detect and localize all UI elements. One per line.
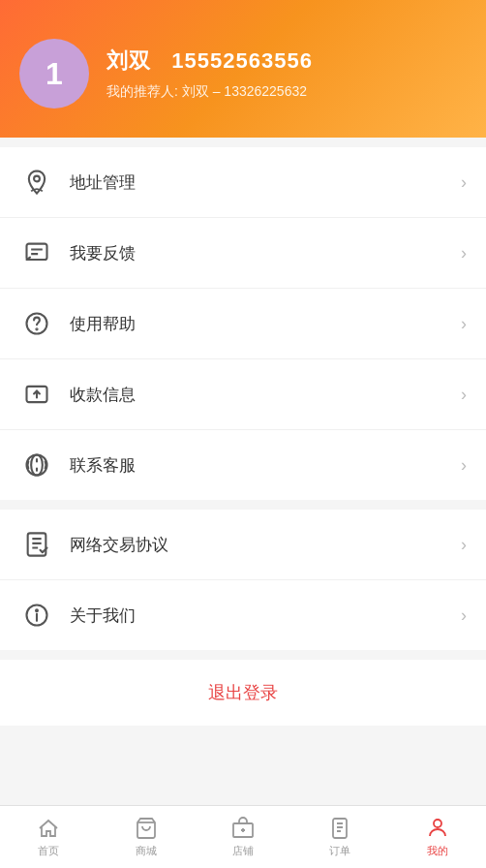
user-referrer: 我的推荐人: 刘双 – 13326225632 xyxy=(106,83,313,101)
feedback-chevron: › xyxy=(461,243,467,264)
profile-header: 1 刘双 15552563556 我的推荐人: 刘双 – 13326225632 xyxy=(0,0,486,138)
logout-section: 退出登录 xyxy=(0,660,486,726)
svg-point-3 xyxy=(36,328,37,329)
nav-orders-label: 订单 xyxy=(329,844,350,858)
shop-icon xyxy=(134,816,159,841)
svg-point-12 xyxy=(434,820,441,827)
agreement-label: 网络交易协议 xyxy=(70,534,461,556)
user-name-phone: 刘双 15552563556 xyxy=(106,46,313,76)
svg-point-9 xyxy=(36,609,38,611)
payment-icon xyxy=(19,377,54,412)
nav-item-home[interactable]: 首页 xyxy=(0,806,97,868)
nav-item-shop[interactable]: 商城 xyxy=(97,806,194,868)
about-chevron: › xyxy=(461,605,467,626)
user-phone: 15552563556 xyxy=(171,48,313,73)
address-chevron: › xyxy=(461,172,467,193)
menu-item-help[interactable]: 使用帮助 › xyxy=(0,289,486,359)
nav-home-label: 首页 xyxy=(38,844,59,858)
payment-chevron: › xyxy=(461,385,467,405)
user-info: 刘双 15552563556 我的推荐人: 刘双 – 13326225632 xyxy=(106,46,313,101)
svg-rect-11 xyxy=(333,819,347,838)
nav-shop-label: 商城 xyxy=(136,844,157,858)
agreement-icon xyxy=(19,527,54,562)
help-chevron: › xyxy=(461,314,467,334)
user-name: 刘双 xyxy=(106,48,151,73)
feedback-label: 我要反馈 xyxy=(70,242,461,264)
menu-section-2: 网络交易协议 › 关于我们 › xyxy=(0,510,486,650)
menu-section-1: 地址管理 › 我要反馈 › 使用帮助 › xyxy=(0,147,486,500)
menu-item-payment[interactable]: 收款信息 › xyxy=(0,359,486,430)
bottom-nav: 首页 商城 店铺 订单 xyxy=(0,805,486,868)
about-icon xyxy=(19,598,54,633)
about-label: 关于我们 xyxy=(70,604,461,627)
orders-icon xyxy=(327,816,352,841)
feedback-icon xyxy=(19,235,54,270)
support-icon xyxy=(19,448,54,482)
home-icon xyxy=(36,816,61,841)
agreement-chevron: › xyxy=(461,535,467,555)
store-icon xyxy=(230,816,256,841)
help-icon xyxy=(19,306,54,341)
nav-item-mine[interactable]: 我的 xyxy=(389,806,486,868)
nav-store-label: 店铺 xyxy=(232,844,254,858)
menu-item-agreement[interactable]: 网络交易协议 › xyxy=(0,510,486,580)
menu-item-address[interactable]: 地址管理 › xyxy=(0,147,486,218)
payment-label: 收款信息 xyxy=(70,384,461,406)
svg-point-0 xyxy=(34,176,40,182)
avatar: 1 xyxy=(19,39,89,108)
nav-item-store[interactable]: 店铺 xyxy=(195,806,291,868)
support-chevron: › xyxy=(461,455,467,476)
menu-item-about[interactable]: 关于我们 › xyxy=(0,580,486,650)
nav-mine-label: 我的 xyxy=(427,844,448,858)
logout-button[interactable]: 退出登录 xyxy=(208,681,278,704)
svg-point-6 xyxy=(27,455,47,476)
menu-item-support[interactable]: 联系客服 › xyxy=(0,430,486,500)
address-label: 地址管理 xyxy=(70,171,461,194)
support-label: 联系客服 xyxy=(70,454,461,477)
menu-item-feedback[interactable]: 我要反馈 › xyxy=(0,218,486,289)
mine-icon xyxy=(425,816,450,841)
avatar-label: 1 xyxy=(46,56,63,92)
address-icon xyxy=(19,165,54,200)
help-label: 使用帮助 xyxy=(70,313,461,335)
nav-item-orders[interactable]: 订单 xyxy=(291,806,388,868)
